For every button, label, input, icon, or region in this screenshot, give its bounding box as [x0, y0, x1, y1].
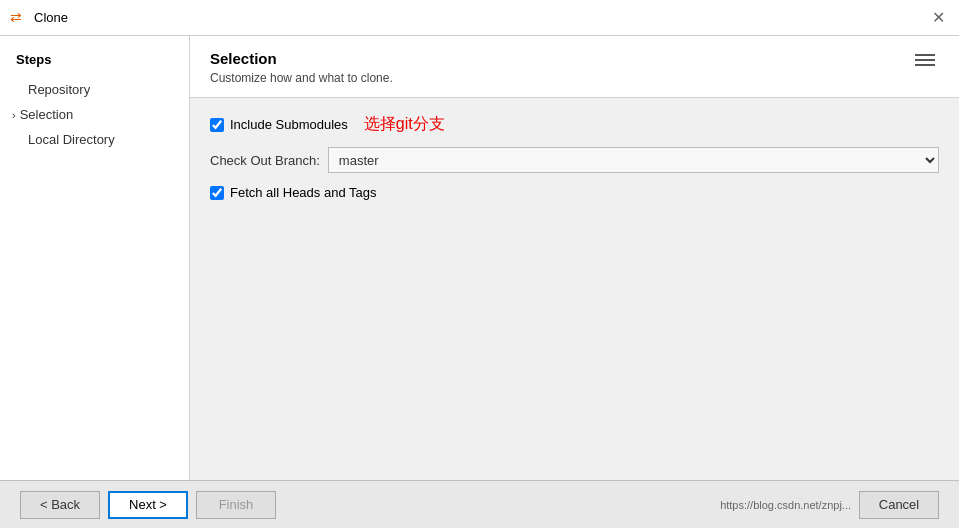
- back-button[interactable]: < Back: [20, 491, 100, 519]
- chinese-annotation: 选择git分支: [364, 114, 445, 135]
- fetch-all-heads-row: Fetch all Heads and Tags: [210, 185, 939, 200]
- section-title: Selection: [210, 50, 393, 67]
- finish-button[interactable]: Finish: [196, 491, 276, 519]
- sidebar-item-label: Selection: [20, 107, 73, 122]
- footer: < Back Next > Finish https://blog.csdn.n…: [0, 480, 959, 528]
- steps-label: Steps: [0, 52, 189, 77]
- hamburger-line-3: [915, 64, 935, 66]
- sidebar: Steps Repository › Selection Local Direc…: [0, 36, 190, 480]
- content-area: Selection Customize how and what to clon…: [190, 36, 959, 480]
- checkout-branch-label: Check Out Branch:: [210, 153, 320, 168]
- sidebar-item-label: Repository: [28, 82, 90, 97]
- chevron-right-icon: ›: [12, 109, 16, 121]
- form-area: Include Submodules 选择git分支 Check Out Bra…: [190, 98, 959, 480]
- sidebar-item-local-directory[interactable]: Local Directory: [0, 127, 189, 152]
- include-submodules-text: Include Submodules: [230, 117, 348, 132]
- clone-icon: ⇄: [10, 9, 28, 27]
- footer-url: https://blog.csdn.net/znpj...: [284, 499, 851, 511]
- fetch-all-heads-checkbox[interactable]: [210, 186, 224, 200]
- checkout-branch-row: Check Out Branch: master main develop: [210, 147, 939, 173]
- include-submodules-row: Include Submodules 选择git分支: [210, 114, 939, 135]
- sidebar-item-label: Local Directory: [28, 132, 115, 147]
- close-button[interactable]: ✕: [928, 8, 949, 27]
- include-submodules-label[interactable]: Include Submodules: [210, 117, 348, 132]
- window-title: Clone: [34, 10, 68, 25]
- checkout-branch-select[interactable]: master main develop: [328, 147, 939, 173]
- sidebar-item-selection[interactable]: › Selection: [0, 102, 189, 127]
- title-bar: ⇄ Clone ✕: [0, 0, 959, 36]
- fetch-all-heads-label[interactable]: Fetch all Heads and Tags: [210, 185, 376, 200]
- include-submodules-checkbox[interactable]: [210, 118, 224, 132]
- content-header: Selection Customize how and what to clon…: [190, 36, 959, 98]
- next-button[interactable]: Next >: [108, 491, 188, 519]
- cancel-button[interactable]: Cancel: [859, 491, 939, 519]
- sidebar-item-repository[interactable]: Repository: [0, 77, 189, 102]
- fetch-all-heads-text: Fetch all Heads and Tags: [230, 185, 376, 200]
- section-description: Customize how and what to clone.: [210, 71, 393, 85]
- hamburger-line-2: [915, 59, 935, 61]
- content-header-left: Selection Customize how and what to clon…: [210, 50, 393, 85]
- main-content: Steps Repository › Selection Local Direc…: [0, 36, 959, 480]
- menu-button[interactable]: [911, 50, 939, 70]
- hamburger-line-1: [915, 54, 935, 56]
